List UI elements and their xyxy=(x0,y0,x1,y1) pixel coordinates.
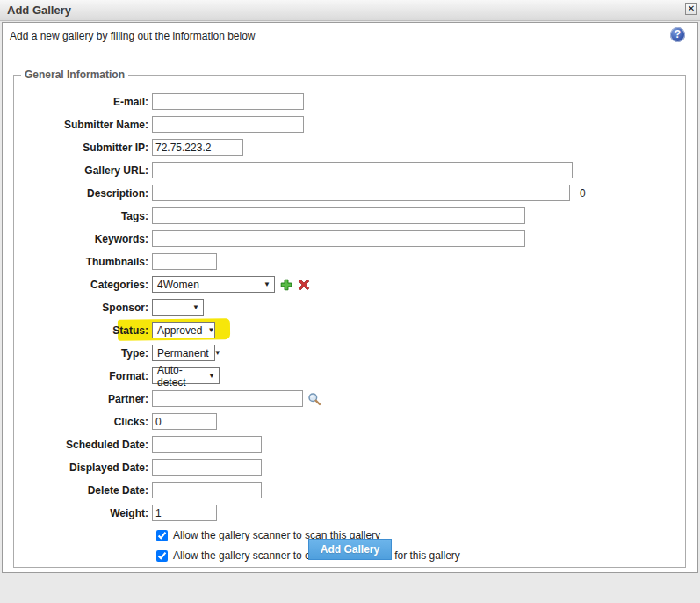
remove-category-icon[interactable] xyxy=(298,279,310,291)
delete-date-label: Delete Date: xyxy=(16,484,152,497)
field-row-clicks: Clicks: xyxy=(16,413,678,430)
help-icon[interactable]: ? xyxy=(670,27,685,42)
partner-label: Partner: xyxy=(16,393,152,405)
close-icon[interactable]: ✕ xyxy=(685,3,697,15)
partner-field[interactable] xyxy=(152,390,303,407)
delete-date-field[interactable] xyxy=(152,482,262,498)
window-title: Add Gallery xyxy=(7,4,71,17)
chevron-down-icon: ▼ xyxy=(192,303,199,311)
sponsor-label: Sponsor: xyxy=(16,302,152,314)
categories-selected-value: 4Women xyxy=(157,279,199,291)
scheduled-date-label: Scheduled Date: xyxy=(16,439,152,451)
field-row-delete-date: Delete Date: xyxy=(16,482,678,498)
description-field[interactable] xyxy=(152,185,570,201)
type-select[interactable]: Permanent ▼ xyxy=(152,345,215,361)
categories-label: Categories: xyxy=(16,279,152,291)
format-selected-value: Auto-detect xyxy=(157,364,203,389)
keywords-field[interactable] xyxy=(152,230,525,247)
email-field[interactable] xyxy=(152,93,304,110)
field-row-categories: Categories: 4Women ▼ xyxy=(16,276,678,293)
intro-bar: Add a new gallery by filling out the inf… xyxy=(3,23,697,46)
keywords-label: Keywords: xyxy=(16,233,152,245)
field-row-partner: Partner: xyxy=(16,390,678,407)
status-select[interactable]: Approved ▼ xyxy=(152,322,215,338)
email-label: E-mail: xyxy=(16,96,152,108)
scheduled-date-field[interactable] xyxy=(152,436,262,453)
field-row-submitter-ip: Submitter IP: xyxy=(16,139,678,156)
chevron-down-icon: ▼ xyxy=(263,280,271,288)
displayed-date-field[interactable] xyxy=(152,459,262,476)
gallery-url-field[interactable] xyxy=(152,162,573,178)
field-row-keywords: Keywords: xyxy=(16,230,678,247)
format-label: Format: xyxy=(16,370,152,382)
field-row-format: Format: Auto-detect ▼ xyxy=(16,367,678,384)
submitter-name-label: Submitter Name: xyxy=(16,119,152,131)
chevron-down-icon: ▼ xyxy=(214,349,221,357)
clicks-label: Clicks: xyxy=(16,416,152,428)
chevron-down-icon: ▼ xyxy=(207,326,214,334)
clicks-field[interactable] xyxy=(152,413,217,430)
gallery-url-label: Gallery URL: xyxy=(16,164,152,177)
displayed-date-label: Displayed Date: xyxy=(16,461,152,474)
type-selected-value: Permanent xyxy=(157,347,209,360)
status-label: Status: xyxy=(16,324,152,337)
thumbnails-label: Thumbnails: xyxy=(16,256,152,268)
field-row-gallery-url: Gallery URL: xyxy=(16,162,678,178)
submit-row: Add Gallery xyxy=(3,539,697,560)
tags-field[interactable] xyxy=(152,207,525,224)
field-row-email: E-mail: xyxy=(16,93,678,110)
field-row-type: Type: Permanent ▼ xyxy=(16,345,678,361)
format-select[interactable]: Auto-detect ▼ xyxy=(152,367,220,384)
field-row-scheduled-date: Scheduled Date: xyxy=(16,436,678,453)
field-row-status: Status: Approved ▼ xyxy=(16,322,678,338)
weight-field[interactable] xyxy=(152,505,217,521)
tags-label: Tags: xyxy=(16,210,152,222)
submitter-ip-field[interactable] xyxy=(152,139,243,156)
description-char-count: 0 xyxy=(580,187,586,200)
dialog-panel: Add a new gallery by filling out the inf… xyxy=(2,22,698,573)
description-label: Description: xyxy=(16,187,152,200)
field-row-sponsor: Sponsor: ▼ xyxy=(16,299,678,316)
type-label: Type: xyxy=(16,347,152,360)
categories-select[interactable]: 4Women ▼ xyxy=(152,276,275,293)
field-row-displayed-date: Displayed Date: xyxy=(16,459,678,476)
search-icon[interactable] xyxy=(307,392,321,406)
intro-text: Add a new gallery by filling out the inf… xyxy=(10,30,256,42)
field-row-submitter-name: Submitter Name: xyxy=(16,116,678,133)
weight-label: Weight: xyxy=(16,507,152,519)
sponsor-select[interactable]: ▼ xyxy=(152,299,204,316)
general-information-section: General Information E-mail: Submitter Na… xyxy=(13,69,686,568)
field-row-thumbnails: Thumbnails: xyxy=(16,253,678,270)
submitter-ip-label: Submitter IP: xyxy=(16,142,152,154)
chevron-down-icon: ▼ xyxy=(208,372,215,380)
field-row-tags: Tags: xyxy=(16,207,678,224)
add-gallery-button[interactable]: Add Gallery xyxy=(308,539,392,560)
status-selected-value: Approved xyxy=(157,324,202,337)
submitter-name-field[interactable] xyxy=(152,116,304,133)
section-legend: General Information xyxy=(21,69,128,81)
thumbnails-field[interactable] xyxy=(152,253,217,270)
window-titlebar: Add Gallery ✕ xyxy=(0,0,700,21)
field-row-description: Description: 0 xyxy=(16,185,678,201)
field-row-weight: Weight: xyxy=(16,505,678,521)
add-category-icon[interactable] xyxy=(280,279,292,291)
